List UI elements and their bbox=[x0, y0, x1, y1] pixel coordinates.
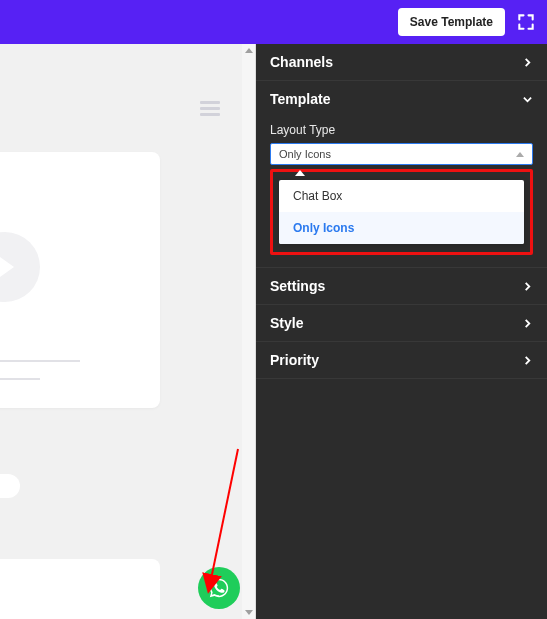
accordion-header-style[interactable]: Style bbox=[256, 305, 547, 341]
section-title: Channels bbox=[270, 54, 333, 70]
placeholder-line bbox=[0, 378, 40, 380]
select-value: Only Icons bbox=[279, 148, 331, 160]
accordion-section-channels: Channels bbox=[256, 44, 547, 81]
dropdown-option-only-icons[interactable]: Only Icons bbox=[279, 212, 524, 244]
highlighted-dropdown: Chat Box Only Icons bbox=[270, 169, 533, 255]
accordion-section-template: Template Layout Type Only Icons Chat B bbox=[256, 81, 547, 268]
chevron-right-icon bbox=[521, 280, 533, 292]
section-title: Settings bbox=[270, 278, 325, 294]
chevron-down-icon bbox=[521, 93, 533, 105]
placeholder-line bbox=[0, 360, 80, 362]
chevron-up-icon bbox=[516, 152, 524, 157]
scrollbar-vertical[interactable] bbox=[242, 44, 256, 619]
accordion-section-priority: Priority bbox=[256, 342, 547, 379]
chevron-right-icon bbox=[521, 354, 533, 366]
chevron-right-icon bbox=[521, 56, 533, 68]
accordion-header-settings[interactable]: Settings bbox=[256, 268, 547, 304]
section-title: Template bbox=[270, 91, 330, 107]
settings-sidebar: Channels Template Layout Type Only Icons bbox=[256, 44, 547, 619]
hamburger-icon[interactable] bbox=[200, 98, 220, 119]
section-title: Style bbox=[270, 315, 303, 331]
accordion-header-channels[interactable]: Channels bbox=[256, 44, 547, 80]
layout-type-select[interactable]: Only Icons bbox=[270, 143, 533, 165]
accordion-header-priority[interactable]: Priority bbox=[256, 342, 547, 378]
dropdown-option-chat-box[interactable]: Chat Box bbox=[279, 180, 524, 212]
save-template-button[interactable]: Save Template bbox=[398, 8, 505, 36]
section-title: Priority bbox=[270, 352, 319, 368]
play-icon bbox=[0, 232, 40, 302]
fullscreen-icon[interactable] bbox=[515, 11, 537, 33]
accordion-body-template: Layout Type Only Icons Chat Box Only Ico… bbox=[256, 117, 547, 267]
preview-pane bbox=[0, 44, 256, 619]
preview-pill bbox=[0, 474, 20, 498]
top-bar: Save Template bbox=[0, 0, 547, 44]
accordion-header-template[interactable]: Template bbox=[256, 81, 547, 117]
whatsapp-icon[interactable] bbox=[198, 567, 240, 609]
chevron-right-icon bbox=[521, 317, 533, 329]
field-label-layout-type: Layout Type bbox=[270, 123, 533, 137]
accordion-section-settings: Settings bbox=[256, 268, 547, 305]
svg-line-0 bbox=[210, 449, 238, 584]
preview-card bbox=[0, 152, 160, 408]
dropdown-panel: Chat Box Only Icons bbox=[279, 180, 524, 244]
accordion-section-style: Style bbox=[256, 305, 547, 342]
preview-card bbox=[0, 559, 160, 619]
